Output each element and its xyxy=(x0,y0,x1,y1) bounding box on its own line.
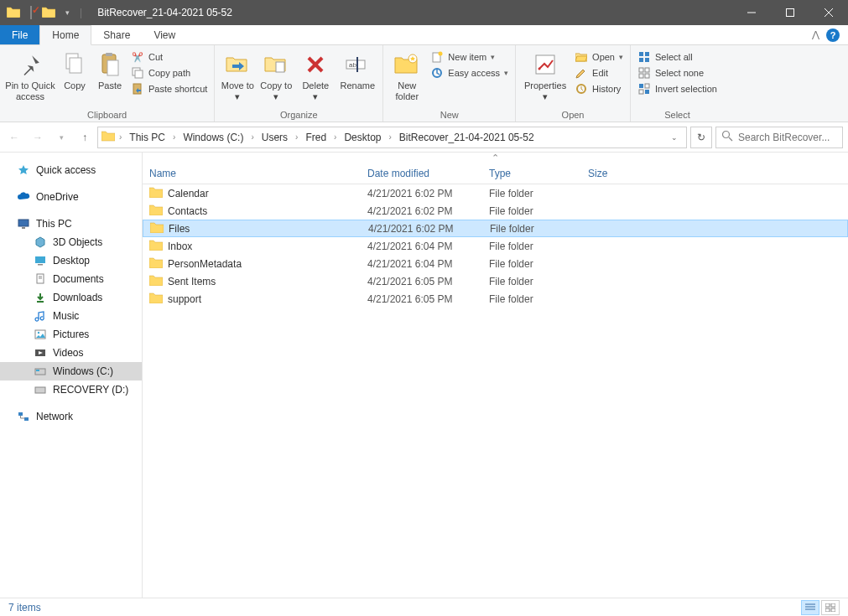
file-row[interactable]: Calendar4/21/2021 6:02 PMFile folder xyxy=(143,184,848,202)
delete-button[interactable]: Delete▾ xyxy=(295,49,336,104)
view-large-icons-button[interactable] xyxy=(821,600,840,615)
file-row[interactable]: support4/21/2021 6:05 PMFile folder xyxy=(143,290,848,308)
folder-icon xyxy=(149,186,163,200)
help-icon[interactable]: ? xyxy=(826,28,840,42)
file-row[interactable]: Sent Items4/21/2021 6:05 PMFile folder xyxy=(143,272,848,290)
copy-button[interactable]: Copy xyxy=(57,49,92,93)
nav-3d-objects[interactable]: 3D Objects xyxy=(0,233,142,251)
column-header-size[interactable]: Size xyxy=(581,168,648,179)
folder-icon xyxy=(149,239,163,253)
paste-shortcut-icon xyxy=(131,82,144,96)
chevron-right-icon[interactable]: › xyxy=(117,132,124,142)
breadcrumb-item[interactable]: Windows (C:) xyxy=(179,132,247,143)
svg-point-37 xyxy=(723,132,730,138)
cut-button[interactable]: ✂️Cut xyxy=(131,50,207,64)
select-none-button[interactable]: Select none xyxy=(637,66,717,80)
svg-line-38 xyxy=(729,137,732,141)
collapse-ribbon-icon[interactable]: ⋀ xyxy=(812,29,819,40)
breadcrumb-item[interactable]: Fred xyxy=(302,132,330,143)
recent-locations-button[interactable]: ▾ xyxy=(52,128,70,147)
copy-to-button[interactable]: Copy to ▾ xyxy=(257,49,295,104)
nav-downloads[interactable]: Downloads xyxy=(0,288,142,307)
qat-checkbox[interactable] xyxy=(30,7,32,18)
file-date: 4/21/2021 6:04 PM xyxy=(361,258,482,270)
nav-windows-c[interactable]: Windows (C:) xyxy=(0,362,142,380)
new-folder-button[interactable]: New folder xyxy=(387,49,427,104)
svg-rect-27 xyxy=(639,58,643,62)
nav-documents[interactable]: Documents xyxy=(0,270,142,288)
address-dropdown-icon[interactable]: ⌄ xyxy=(666,133,683,142)
search-input[interactable] xyxy=(738,132,848,143)
file-row[interactable]: Inbox4/21/2021 6:04 PMFile folder xyxy=(143,237,848,255)
easy-access-button[interactable]: Easy access ▾ xyxy=(430,66,508,80)
tab-home[interactable]: Home xyxy=(39,25,91,45)
breadcrumb-item[interactable]: Desktop xyxy=(341,132,384,143)
move-to-button[interactable]: Move to ▾ xyxy=(218,49,257,104)
forward-button[interactable]: → xyxy=(29,128,47,147)
nav-pictures[interactable]: Pictures xyxy=(0,325,142,344)
new-item-button[interactable]: New item ▾ xyxy=(430,50,508,64)
folder-icon xyxy=(149,256,163,271)
chevron-right-icon[interactable]: › xyxy=(170,132,178,142)
breadcrumb-item[interactable]: This PC xyxy=(126,132,169,143)
nav-onedrive[interactable]: OneDrive xyxy=(0,188,142,206)
history-button[interactable]: History xyxy=(575,82,623,96)
file-row[interactable]: Contacts4/21/2021 6:02 PMFile folder xyxy=(143,202,848,220)
back-button[interactable]: ← xyxy=(5,128,23,147)
svg-rect-34 xyxy=(645,84,649,88)
edit-button[interactable]: Edit xyxy=(575,66,623,80)
select-none-icon xyxy=(637,66,651,80)
nav-videos[interactable]: Videos xyxy=(0,344,142,362)
search-box[interactable] xyxy=(715,127,843,148)
chevron-right-icon[interactable]: › xyxy=(248,132,256,142)
tab-share[interactable]: Share xyxy=(91,25,142,44)
select-all-button[interactable]: Select all xyxy=(637,50,717,64)
svg-rect-60 xyxy=(825,608,830,612)
properties-button[interactable]: Properties▾ xyxy=(519,49,571,104)
folder-icon xyxy=(149,292,163,306)
paste-button[interactable]: Paste xyxy=(92,49,127,93)
pin-to-quick-access-button[interactable]: Pin to Quick access xyxy=(3,49,57,104)
svg-rect-42 xyxy=(38,264,43,266)
view-details-button[interactable] xyxy=(801,600,819,615)
column-header-type[interactable]: Type xyxy=(482,168,581,179)
column-header-name[interactable]: Name xyxy=(143,168,361,179)
folder-icon xyxy=(101,130,115,144)
chevron-right-icon[interactable]: › xyxy=(293,132,300,142)
nav-music[interactable]: Music xyxy=(0,307,142,325)
maximize-button[interactable] xyxy=(771,0,809,25)
chevron-right-icon[interactable]: › xyxy=(331,132,339,142)
nav-this-pc[interactable]: This PC xyxy=(0,215,142,233)
minimize-button[interactable] xyxy=(732,0,771,25)
svg-rect-33 xyxy=(639,84,643,88)
paste-shortcut-button[interactable]: Paste shortcut xyxy=(131,82,207,96)
file-row[interactable]: PersonMetadata4/21/2021 6:04 PMFile fold… xyxy=(143,255,848,272)
open-button[interactable]: Open ▾ xyxy=(575,50,623,64)
up-button[interactable]: ↑ xyxy=(75,128,94,147)
sort-indicator-icon: ⌃ xyxy=(143,153,848,163)
nav-recovery-d[interactable]: RECOVERY (D:) xyxy=(0,380,142,399)
qat-dropdown-icon[interactable]: ▾ xyxy=(65,8,70,17)
breadcrumb-item[interactable]: Users xyxy=(258,132,291,143)
svg-rect-10 xyxy=(135,70,143,78)
svg-rect-31 xyxy=(639,74,643,78)
tab-file[interactable]: File xyxy=(0,25,39,44)
rename-button[interactable]: ab Rename xyxy=(336,49,379,93)
tab-view[interactable]: View xyxy=(142,25,187,44)
breadcrumb-item[interactable]: BitRecover_21-04-2021 05-52 xyxy=(396,132,538,143)
invert-selection-button[interactable]: Invert selection xyxy=(637,82,717,96)
close-button[interactable] xyxy=(809,0,848,25)
ribbon-group-label: Clipboard xyxy=(3,110,211,122)
svg-rect-41 xyxy=(35,256,45,263)
nav-desktop[interactable]: Desktop xyxy=(0,251,142,270)
nav-quick-access[interactable]: Quick access xyxy=(0,161,142,179)
copy-path-button[interactable]: Copy path xyxy=(131,66,207,80)
refresh-button[interactable]: ↻ xyxy=(690,127,712,148)
chevron-right-icon[interactable]: › xyxy=(386,132,393,142)
breadcrumb[interactable]: › This PC› Windows (C:)› Users› Fred› De… xyxy=(97,127,687,148)
svg-point-20 xyxy=(439,52,443,56)
nav-network[interactable]: Network xyxy=(0,407,142,426)
file-row[interactable]: Files4/21/2021 6:02 PMFile folder xyxy=(143,220,848,237)
column-header-date[interactable]: Date modified xyxy=(361,168,482,179)
ribbon-group-select: Select all Select none Invert selection … xyxy=(631,45,724,122)
